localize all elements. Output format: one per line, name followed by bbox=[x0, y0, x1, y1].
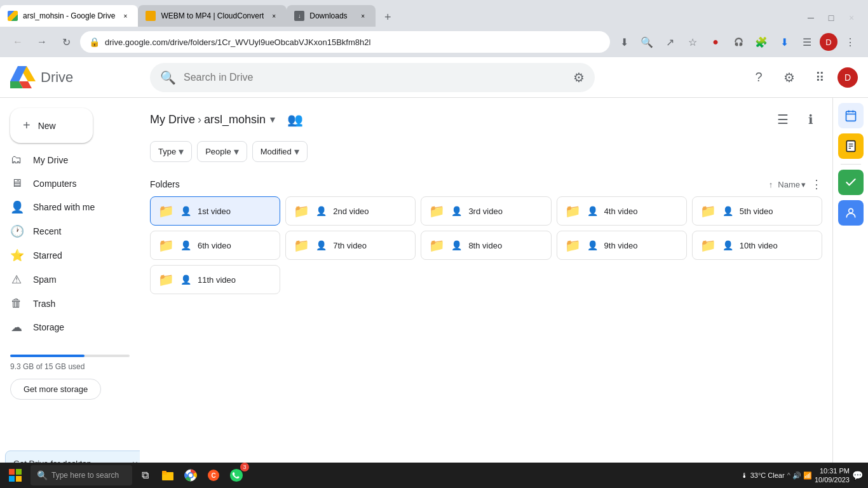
tab-downloads[interactable]: ↓ Downloads × bbox=[287, 5, 376, 27]
close-button[interactable]: × bbox=[843, 9, 860, 27]
search-input[interactable] bbox=[184, 72, 566, 83]
tab-close-cloudconvert[interactable]: × bbox=[269, 11, 279, 21]
taskbar-file-explorer[interactable] bbox=[158, 465, 178, 485]
download-page-icon[interactable]: ⬇ bbox=[614, 32, 634, 52]
user-avatar[interactable]: D bbox=[837, 67, 858, 88]
tab-google-drive[interactable]: arsl_mohsin - Google Drive × bbox=[0, 5, 138, 27]
current-folder-name[interactable]: arsl_mohsin bbox=[204, 113, 266, 126]
taskbar-chrome-alt[interactable]: C bbox=[203, 465, 224, 485]
right-sidebar-notes-icon[interactable] bbox=[838, 133, 864, 159]
reload-button[interactable]: ↻ bbox=[56, 32, 76, 52]
sort-name-button[interactable]: Name ▾ bbox=[778, 180, 806, 189]
sidebar: + New 🗂 My Drive 🖥 Computers 👤 Shared wi… bbox=[0, 98, 140, 488]
right-sidebar-contacts-icon[interactable] bbox=[838, 200, 864, 226]
folder-name-f8: 8th video bbox=[468, 241, 525, 250]
main-header-actions: ☰ ℹ bbox=[771, 108, 822, 131]
new-button[interactable]: + New bbox=[10, 108, 93, 143]
folder-card-f4[interactable]: 📁 👤 4th video ⋮ bbox=[557, 196, 687, 226]
taskbar-chrome[interactable] bbox=[180, 465, 201, 485]
folder-name-f5: 5th video bbox=[740, 207, 796, 216]
bookmark-icon[interactable]: ☆ bbox=[682, 32, 703, 52]
folder-name-wrapper: arsl_mohsin ▼ bbox=[204, 113, 277, 126]
filter-type-button[interactable]: Type ▾ bbox=[150, 141, 192, 162]
tab-title-cloudconvert: WEBM to MP4 | CloudConvert bbox=[161, 11, 264, 20]
taskbar-whatsapp[interactable]: 3 bbox=[226, 465, 247, 485]
folder-share-icon[interactable]: 👥 bbox=[287, 112, 303, 127]
zoom-icon[interactable]: 🔍 bbox=[637, 32, 657, 52]
sidebar-item-my-drive[interactable]: 🗂 My Drive bbox=[0, 148, 132, 172]
folder-icon: 📁 bbox=[429, 203, 445, 219]
filter-people-button[interactable]: People ▾ bbox=[197, 141, 247, 162]
sidebar-item-recent[interactable]: 🕐 Recent bbox=[0, 219, 132, 243]
folder-shared-icon: 👤 bbox=[180, 240, 191, 250]
folder-card-f11[interactable]: 📁 👤 11th video ⋮ bbox=[150, 265, 280, 294]
back-button[interactable]: ← bbox=[8, 32, 28, 52]
sidebar-item-storage[interactable]: ☁ Storage bbox=[0, 315, 132, 339]
folder-card-f6[interactable]: 📁 👤 6th video ⋮ bbox=[150, 231, 280, 260]
tab-close-downloads[interactable]: × bbox=[358, 11, 368, 21]
folder-card-f1[interactable]: 📁 👤 1st video ⋮ bbox=[150, 196, 280, 226]
date-display: 10/09/2023 bbox=[815, 475, 850, 484]
extension-icon-3[interactable]: 🧩 bbox=[751, 32, 771, 52]
extension-icon-1[interactable]: ● bbox=[705, 32, 726, 52]
sidebar-label-storage: Storage bbox=[33, 322, 64, 332]
folder-name-f2: 2nd video bbox=[333, 207, 390, 216]
notifications-icon[interactable]: 💬 bbox=[852, 470, 863, 480]
filter-people-arrow: ▾ bbox=[234, 146, 239, 158]
folders-section-header: Folders ↑ Name ▾ ⋮ bbox=[150, 172, 822, 196]
folder-shared-icon: 👤 bbox=[722, 206, 733, 216]
folder-card-f9[interactable]: 📁 👤 9th video ⋮ bbox=[557, 231, 687, 260]
filter-modified-button[interactable]: Modified ▾ bbox=[252, 141, 308, 162]
sort-menu-icon[interactable]: ⋮ bbox=[811, 177, 822, 191]
svg-rect-15 bbox=[9, 469, 15, 475]
right-sidebar-tasks-icon[interactable] bbox=[838, 170, 864, 195]
share-page-icon[interactable]: ↗ bbox=[660, 32, 680, 52]
search-filter-icon[interactable]: ⚙ bbox=[573, 70, 585, 85]
folder-icon: 📁 bbox=[565, 203, 581, 219]
info-button[interactable]: ℹ bbox=[799, 108, 822, 131]
taskbar-task-view[interactable]: ⧉ bbox=[135, 465, 155, 485]
folder-shared-icon: 👤 bbox=[587, 240, 598, 250]
sidebar-item-starred[interactable]: ⭐ Starred bbox=[0, 243, 132, 268]
forward-button[interactable]: → bbox=[32, 32, 52, 52]
folder-card-f10[interactable]: 📁 👤 10th video ⋮ bbox=[692, 231, 822, 260]
taskbar-search[interactable]: 🔍 Type here to search bbox=[31, 465, 132, 485]
folder-card-f7[interactable]: 📁 👤 7th video ⋮ bbox=[285, 231, 416, 260]
sidebar-item-shared-with-me[interactable]: 👤 Shared with me bbox=[0, 195, 132, 219]
folder-card-f8[interactable]: 📁 👤 8th video ⋮ bbox=[421, 231, 551, 260]
sidebar-item-computers[interactable]: 🖥 Computers bbox=[0, 172, 132, 195]
sidebar-item-spam[interactable]: ⚠ Spam bbox=[0, 268, 132, 292]
folder-icon: 📁 bbox=[429, 238, 445, 253]
address-bar[interactable]: 🔒 drive.google.com/drive/folders/1Cr_WVU… bbox=[80, 31, 610, 53]
settings-icon[interactable]: ⚙ bbox=[776, 65, 802, 90]
folder-card-f5[interactable]: 📁 👤 5th video ⋮ bbox=[692, 196, 822, 226]
search-bar[interactable]: 🔍 ⚙ bbox=[150, 63, 595, 92]
list-view-button[interactable]: ☰ bbox=[771, 108, 794, 131]
start-button[interactable] bbox=[3, 465, 28, 485]
maximize-button[interactable]: □ bbox=[822, 9, 840, 27]
folder-dropdown-icon[interactable]: ▼ bbox=[268, 114, 277, 125]
tab-close-drive[interactable]: × bbox=[120, 11, 130, 21]
svg-point-27 bbox=[230, 469, 243, 482]
filter-type-arrow: ▾ bbox=[179, 146, 184, 158]
menu-icon[interactable]: ⋮ bbox=[840, 32, 860, 52]
folder-card-f3[interactable]: 📁 👤 3rd video ⋮ bbox=[421, 196, 551, 226]
extension-icon-download[interactable]: ⬇ bbox=[774, 32, 794, 52]
sidebar-toggle-icon[interactable]: ☰ bbox=[797, 32, 817, 52]
tab-cloudconvert[interactable]: WEBM to MP4 | CloudConvert × bbox=[138, 5, 287, 27]
folder-card-f2[interactable]: 📁 👤 2nd video ⋮ bbox=[285, 196, 416, 226]
sidebar-label-starred: Starred bbox=[33, 250, 62, 261]
extension-icon-2[interactable]: 🎧 bbox=[728, 32, 749, 52]
folder-icon: 📁 bbox=[294, 238, 309, 253]
minimize-button[interactable]: ─ bbox=[802, 9, 820, 27]
new-tab-button[interactable]: + bbox=[378, 8, 397, 27]
breadcrumb: My Drive › arsl_mohsin ▼ bbox=[150, 113, 277, 126]
drive-logo[interactable]: Drive bbox=[10, 66, 150, 88]
help-icon[interactable]: ? bbox=[746, 65, 771, 90]
sidebar-item-trash[interactable]: 🗑 Trash bbox=[0, 292, 132, 315]
breadcrumb-root[interactable]: My Drive bbox=[150, 113, 195, 126]
apps-icon[interactable]: ⠿ bbox=[807, 65, 832, 90]
get-more-storage-button[interactable]: Get more storage bbox=[10, 379, 101, 400]
right-sidebar-calendar-icon[interactable] bbox=[838, 103, 864, 128]
profile-avatar-toolbar[interactable]: D bbox=[820, 33, 837, 51]
